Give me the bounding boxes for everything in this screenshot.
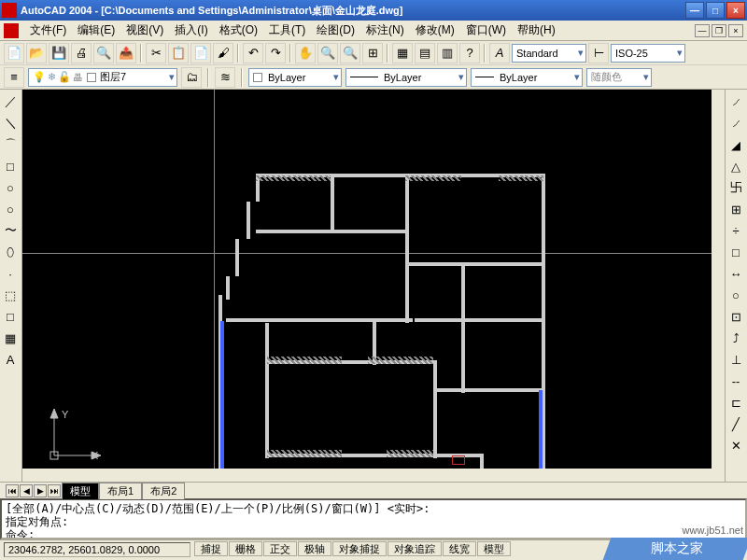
menu-window[interactable]: 窗口(W) [460, 21, 512, 40]
layer-state-button[interactable]: ≋ [215, 67, 235, 88]
modify-tool-6[interactable]: ÷ [726, 220, 746, 241]
toolpal-button[interactable]: ▥ [437, 43, 458, 63]
menu-view[interactable]: 视图(V) [120, 21, 169, 40]
tab-layout2[interactable]: 布局2 [142, 483, 185, 499]
status-toggle-1[interactable]: 栅格 [229, 541, 262, 556]
modify-tool-16[interactable]: ✕ [726, 435, 746, 455]
cut-button[interactable]: ✂ [146, 43, 166, 63]
print-button[interactable]: 🖨 [71, 43, 92, 63]
match-button[interactable]: 🖌 [213, 43, 233, 63]
plot-style-select[interactable]: 随颜色 [586, 68, 652, 87]
titlebar: AutoCAD 2004 - [C:\Documents and Setting… [0, 0, 747, 21]
zoom-realtime-button[interactable]: 🔍 [317, 43, 338, 63]
new-button[interactable]: 📄 [4, 43, 24, 63]
tab-model[interactable]: 模型 [62, 483, 99, 499]
zoom-window-button[interactable]: ⊞ [362, 43, 383, 63]
linetype-select[interactable]: ByLayer [345, 68, 467, 87]
modify-tool-7[interactable]: □ [726, 242, 746, 262]
dim-style-select[interactable]: ISO-25 [611, 44, 685, 63]
layer-manager-button[interactable]: ≡ [4, 67, 24, 88]
tab-next-button[interactable]: ▶ [34, 484, 47, 497]
menu-dim[interactable]: 标注(N) [360, 21, 410, 40]
close-button[interactable]: × [726, 2, 745, 19]
modify-tool-12[interactable]: ⊥ [726, 349, 746, 370]
draw-tool-1[interactable]: ＼ [0, 113, 21, 133]
layer-select[interactable]: 💡❄🔓🖶 图层7 [28, 68, 177, 87]
menu-file[interactable]: 文件(F) [24, 21, 72, 40]
draw-tool-12[interactable]: A [0, 349, 21, 370]
pan-button[interactable]: ✋ [295, 43, 316, 63]
paste-button[interactable]: 📄 [190, 43, 211, 63]
tab-prev-button[interactable]: ◀ [20, 484, 33, 497]
draw-tool-0[interactable]: ／ [0, 91, 21, 112]
horizontal-scrollbar[interactable] [22, 469, 725, 482]
text-style-icon[interactable]: A [489, 43, 510, 63]
tab-last-button[interactable]: ⏭ [48, 484, 61, 497]
open-button[interactable]: 📂 [26, 43, 47, 63]
doc-close-button[interactable]: × [728, 24, 743, 37]
draw-tool-9[interactable]: ⬚ [0, 285, 21, 305]
status-toggle-7[interactable]: 模型 [477, 541, 511, 556]
vertical-scrollbar[interactable] [712, 90, 725, 469]
menu-edit[interactable]: 编辑(E) [72, 21, 120, 40]
status-toggle-6[interactable]: 线宽 [443, 541, 476, 556]
modify-tool-8[interactable]: ↔ [726, 263, 746, 284]
status-toggle-0[interactable]: 捕捉 [194, 541, 228, 556]
tab-first-button[interactable]: ⏮ [6, 484, 19, 497]
lineweight-select[interactable]: ByLayer [471, 68, 583, 87]
draw-tool-2[interactable]: ⌒ [0, 134, 21, 155]
modify-tool-5[interactable]: ⊞ [726, 199, 746, 219]
modify-tool-0[interactable]: ⟋ [726, 91, 746, 112]
status-toggle-4[interactable]: 对象捕捉 [332, 541, 387, 556]
draw-tool-8[interactable]: · [0, 263, 21, 284]
dim-style-icon[interactable]: ⊢ [588, 43, 609, 63]
modify-tool-3[interactable]: △ [726, 156, 746, 176]
redo-button[interactable]: ↷ [265, 43, 286, 63]
draw-tool-10[interactable]: □ [0, 306, 21, 327]
zoom-prev-button[interactable]: 🔍 [340, 43, 360, 63]
modify-tool-1[interactable]: ⟋ [726, 113, 746, 133]
tab-layout1[interactable]: 布局1 [99, 483, 142, 499]
drawing-canvas[interactable]: Y X [22, 90, 725, 482]
menu-modify[interactable]: 修改(M) [410, 21, 460, 40]
modify-tool-10[interactable]: ⊡ [726, 306, 746, 327]
draw-tool-3[interactable]: □ [0, 156, 21, 176]
copy-button[interactable]: 📋 [168, 43, 189, 63]
prev-layer-button[interactable]: 🗂 [181, 67, 202, 88]
doc-restore-button[interactable]: ❐ [712, 24, 726, 37]
status-toggle-3[interactable]: 极轴 [298, 541, 331, 556]
text-style-select[interactable]: Standard [512, 44, 586, 63]
draw-tool-6[interactable]: 〜 [0, 220, 21, 241]
draw-tool-11[interactable]: ▦ [0, 328, 21, 348]
publish-button[interactable]: 📤 [116, 43, 136, 63]
menu-format[interactable]: 格式(O) [214, 21, 263, 40]
menu-tools[interactable]: 工具(T) [263, 21, 311, 40]
color-select[interactable]: ByLayer [248, 68, 342, 87]
status-toggle-2[interactable]: 正交 [263, 541, 297, 556]
doc-minimize-button[interactable]: — [695, 24, 710, 37]
draw-tool-5[interactable]: ○ [0, 199, 21, 219]
undo-button[interactable]: ↶ [243, 43, 263, 63]
draw-tool-7[interactable]: ⬯ [0, 242, 21, 262]
modify-tool-2[interactable]: ◢ [726, 134, 746, 155]
minimize-button[interactable]: — [685, 2, 704, 19]
dcen-button[interactable]: ▤ [415, 43, 435, 63]
menu-insert[interactable]: 插入(I) [169, 21, 213, 40]
save-button[interactable]: 💾 [49, 43, 69, 63]
draw-tool-4[interactable]: ○ [0, 177, 21, 198]
menu-help[interactable]: 帮助(H) [512, 21, 561, 40]
menu-draw[interactable]: 绘图(D) [311, 21, 360, 40]
watermark-url: www.jb51.net [683, 525, 743, 536]
modify-tool-11[interactable]: ⤴ [726, 328, 746, 348]
properties-button[interactable]: ▦ [392, 43, 413, 63]
modify-tool-4[interactable]: 卐 [726, 177, 746, 198]
maximize-button[interactable]: □ [706, 2, 725, 19]
status-toggle-5[interactable]: 对象追踪 [388, 541, 442, 556]
floor-plan [218, 174, 555, 482]
preview-button[interactable]: 🔍 [93, 43, 114, 63]
help-icon[interactable]: ? [459, 43, 480, 63]
modify-tool-15[interactable]: ╱ [726, 413, 746, 434]
modify-tool-9[interactable]: ○ [726, 285, 746, 305]
modify-tool-13[interactable]: -- [726, 371, 746, 391]
modify-tool-14[interactable]: ⊏ [726, 392, 746, 413]
